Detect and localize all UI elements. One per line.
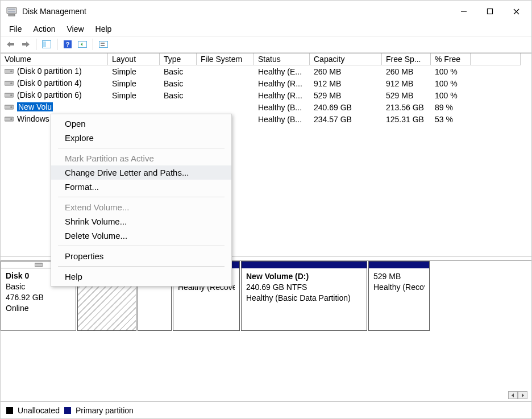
context-separator <box>58 148 225 148</box>
context-format[interactable]: Format... <box>51 180 231 194</box>
toolbar-separator <box>36 39 36 50</box>
cell-capacity: 912 MB <box>310 79 382 88</box>
column-freespace[interactable]: Free Sp... <box>382 53 431 65</box>
context-change-drive-letter[interactable]: Change Drive Letter and Paths... <box>51 165 231 180</box>
context-help[interactable]: Help <box>51 269 231 284</box>
toolbar-separator <box>57 39 57 50</box>
refresh-button[interactable] <box>76 38 89 51</box>
volume-row[interactable]: (Disk 0 partition 1) Simple Basic Health… <box>1 65 531 77</box>
app-icon <box>6 6 17 17</box>
context-separator <box>58 246 225 246</box>
volume-name: New Volu <box>17 102 53 111</box>
context-menu: Open Explore Mark Partition as Active Ch… <box>51 114 232 287</box>
context-mark-active: Mark Partition as Active <box>51 151 231 165</box>
column-spacer[interactable] <box>471 53 521 65</box>
context-extend-volume: Extend Volume... <box>51 200 231 214</box>
svg-rect-1 <box>8 9 15 10</box>
legend-label-unallocated: Unallocated <box>18 406 60 415</box>
cell-capacity: 240.69 GB <box>310 103 382 112</box>
maximize-button[interactable] <box>477 2 503 20</box>
scroll-left-icon[interactable] <box>508 391 518 399</box>
cell-layout: Simple <box>108 67 160 76</box>
context-delete-volume[interactable]: Delete Volume... <box>51 229 231 243</box>
column-filesystem[interactable]: File System <box>197 53 254 65</box>
volume-name: Windows <box>17 114 49 123</box>
context-shrink-volume[interactable]: Shrink Volume... <box>51 214 231 229</box>
column-status[interactable]: Status <box>254 53 310 65</box>
svg-rect-0 <box>7 7 16 14</box>
volume-header-row: Volume Layout Type File System Status Ca… <box>1 53 531 65</box>
settings-button[interactable] <box>97 38 110 51</box>
column-layout[interactable]: Layout <box>108 53 160 65</box>
close-button[interactable] <box>503 2 529 20</box>
volume-row-selected[interactable]: New Volu Healthy (B... 240.69 GB 213.56 … <box>1 101 531 113</box>
svg-point-21 <box>10 82 13 84</box>
cell-free: 529 MB <box>382 91 431 100</box>
back-button[interactable] <box>4 38 18 51</box>
svg-point-23 <box>10 94 13 96</box>
column-volume[interactable]: Volume <box>1 53 108 65</box>
minimize-button[interactable] <box>451 2 477 20</box>
cell-pct: 100 % <box>431 67 471 76</box>
svg-rect-17 <box>101 45 105 46</box>
menubar: File Action View Help <box>1 22 531 36</box>
cell-layout: Simple <box>108 91 160 100</box>
toolbar: ? <box>1 36 531 53</box>
disk-pane-empty-space <box>1 331 531 401</box>
menu-file[interactable]: File <box>4 23 27 35</box>
svg-rect-28 <box>35 263 43 267</box>
horizontal-scrollbar[interactable] <box>508 391 531 399</box>
titlebar: Disk Management <box>1 1 531 22</box>
partition-block[interactable]: New Volume (D:) 240.69 GB NTFS Healthy (… <box>241 261 367 331</box>
svg-text:?: ? <box>66 41 70 48</box>
cell-free: 213.56 GB <box>382 103 431 112</box>
cell-pct: 100 % <box>431 79 471 88</box>
cell-capacity: 234.57 GB <box>310 115 382 124</box>
column-type[interactable]: Type <box>160 53 197 65</box>
disk-size: 476.92 GB <box>6 292 71 303</box>
partition-block[interactable]: 529 MB Healthy (Recove <box>368 261 430 331</box>
context-properties[interactable]: Properties <box>51 249 231 263</box>
cell-pct: 53 % <box>431 115 471 124</box>
forward-button[interactable] <box>19 38 32 51</box>
legend: Unallocated Primary partition <box>1 401 531 418</box>
drive-icon <box>5 79 14 88</box>
legend-swatch-primary <box>64 407 71 414</box>
context-separator <box>58 197 225 197</box>
cell-free: 912 MB <box>382 79 431 88</box>
context-separator <box>58 266 225 267</box>
svg-rect-3 <box>9 14 15 16</box>
partition-name: New Volume (D:) <box>246 271 362 282</box>
svg-point-25 <box>10 106 13 108</box>
volume-name: (Disk 0 partition 6) <box>17 90 82 99</box>
cell-status: Healthy (E... <box>254 67 310 76</box>
scroll-right-icon[interactable] <box>518 391 527 399</box>
context-explore[interactable]: Explore <box>51 131 231 145</box>
partition-header-bar <box>242 262 367 268</box>
cell-layout: Simple <box>108 79 160 88</box>
cell-free: 125.31 GB <box>382 115 431 124</box>
column-pctfree[interactable]: % Free <box>431 53 471 65</box>
menu-help[interactable]: Help <box>90 23 117 35</box>
cell-type: Basic <box>160 91 197 100</box>
svg-rect-5 <box>488 9 493 14</box>
menu-view[interactable]: View <box>61 23 89 35</box>
partition-size: 529 MB <box>373 271 425 282</box>
volume-row[interactable]: (Disk 0 partition 6) Simple Basic Health… <box>1 89 531 101</box>
toolbar-separator <box>93 39 93 50</box>
cell-capacity: 529 MB <box>310 91 382 100</box>
partition-status: Healthy (Basic Data Partition) <box>246 293 362 304</box>
context-open[interactable]: Open <box>51 117 231 131</box>
cell-pct: 89 % <box>431 103 471 112</box>
svg-rect-16 <box>101 43 105 44</box>
cell-pct: 100 % <box>431 91 471 100</box>
help-button[interactable]: ? <box>61 38 74 51</box>
cell-type: Basic <box>160 67 197 76</box>
menu-action[interactable]: Action <box>28 23 61 35</box>
svg-rect-2 <box>8 11 15 13</box>
drive-icon <box>5 67 14 76</box>
column-capacity[interactable]: Capacity <box>310 53 382 65</box>
volume-row[interactable]: (Disk 0 partition 4) Simple Basic Health… <box>1 77 531 89</box>
cell-status: Healthy (B... <box>254 115 310 124</box>
show-hide-console-tree-button[interactable] <box>40 38 53 51</box>
